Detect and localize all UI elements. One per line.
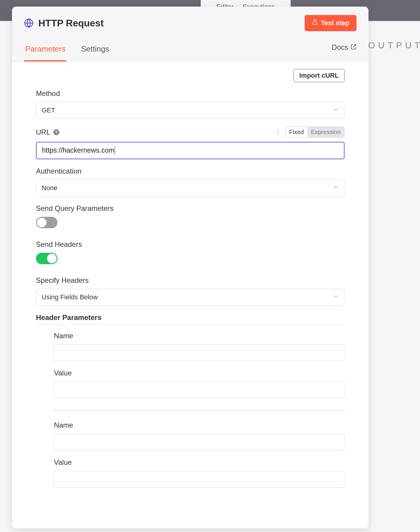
chevron-down-icon: [333, 184, 339, 192]
method-label: Method: [36, 89, 345, 98]
output-panel-label: OUTPUT: [368, 40, 420, 50]
header-value-input[interactable]: [54, 381, 345, 398]
send-headers-label: Send Headers: [36, 240, 345, 249]
globe-icon: [24, 18, 34, 28]
panel-title: HTTP Request: [38, 18, 104, 29]
send-headers-field: Send Headers: [36, 240, 345, 264]
segmented-expression[interactable]: Expression: [307, 127, 344, 137]
test-step-button[interactable]: Test step: [305, 15, 356, 31]
method-field: Method GET: [36, 89, 345, 119]
help-icon[interactable]: ?: [53, 129, 59, 135]
specify-headers-select[interactable]: Using Fields Below: [36, 289, 345, 306]
chevron-down-icon: [333, 293, 339, 301]
header-param-row: Name Value Name Value: [36, 332, 345, 488]
header-name-input[interactable]: [54, 434, 345, 450]
node-config-panel: HTTP Request Test step Parameters Settin…: [12, 7, 368, 528]
docs-label: Docs: [332, 43, 348, 52]
header-name-input[interactable]: [54, 344, 345, 361]
specify-headers-label: Specify Headers: [36, 276, 345, 285]
panel-header: HTTP Request Test step Parameters Settin…: [12, 7, 368, 62]
import-curl-button[interactable]: Import cURL: [294, 69, 345, 82]
send-query-params-toggle[interactable]: [36, 217, 58, 228]
method-value: GET: [42, 106, 55, 114]
header-value-label: Value: [54, 458, 345, 467]
url-input[interactable]: https://hackernews.com: [36, 142, 345, 159]
send-query-params-field: Send Query Parameters: [36, 204, 345, 228]
specify-headers-field: Specify Headers Using Fields Below: [36, 276, 345, 306]
header-value-label: Value: [54, 369, 345, 377]
url-field: URL ? ⋮ Fixed Expression https://hackern…: [36, 127, 345, 159]
external-link-icon: [350, 43, 356, 52]
url-mode-segmented: Fixed Expression: [285, 127, 345, 138]
auth-label: Authentication: [36, 167, 345, 175]
chevron-down-icon: [333, 106, 339, 114]
toggle-knob: [37, 218, 46, 227]
docs-link[interactable]: Docs: [332, 43, 356, 58]
url-label: URL: [36, 128, 50, 136]
tab-parameters[interactable]: Parameters: [24, 40, 67, 61]
tab-settings[interactable]: Settings: [80, 40, 110, 61]
auth-field: Authentication None: [36, 167, 345, 196]
flask-icon: [312, 19, 318, 27]
auth-value: None: [42, 184, 58, 192]
header-name-label: Name: [54, 332, 345, 340]
test-step-label: Test step: [321, 19, 349, 27]
header-value-input[interactable]: [54, 471, 345, 488]
toggle-knob: [47, 254, 57, 263]
method-select[interactable]: GET: [36, 102, 345, 119]
header-name-label: Name: [54, 421, 345, 429]
panel-body: Import cURL Method GET URL ? ⋮ Fix: [12, 62, 368, 507]
send-query-params-label: Send Query Parameters: [36, 204, 345, 213]
specify-headers-value: Using Fields Below: [42, 293, 98, 301]
auth-select[interactable]: None: [36, 180, 345, 196]
segmented-fixed[interactable]: Fixed: [285, 127, 307, 137]
header-parameters-heading: Header Parameters: [36, 313, 345, 324]
url-value: https://hackernews.com: [42, 146, 115, 155]
param-divider: [54, 410, 345, 411]
kebab-menu-icon[interactable]: ⋮: [275, 129, 281, 136]
send-headers-toggle[interactable]: [36, 253, 58, 264]
